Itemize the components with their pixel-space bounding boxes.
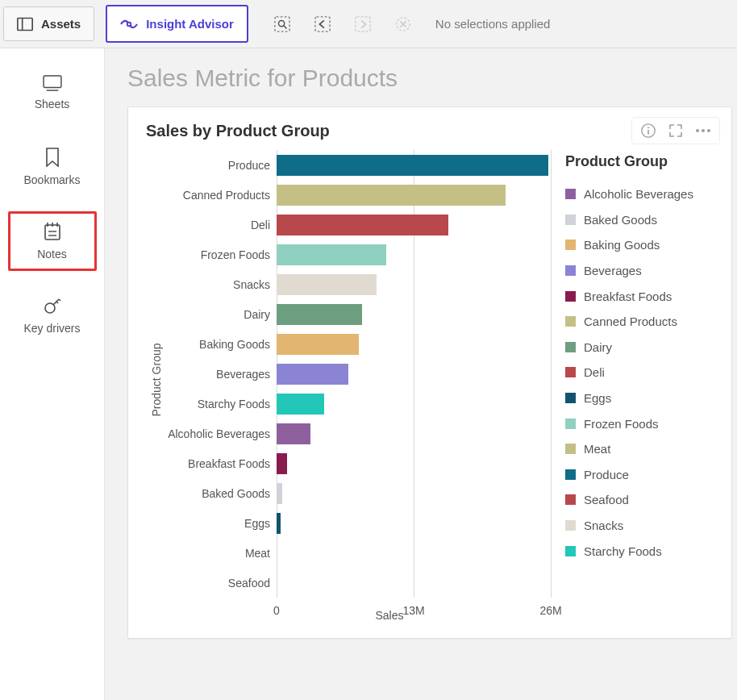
bar-row[interactable]: Dairy [167, 299, 551, 329]
legend-item[interactable]: Dairy [565, 335, 723, 360]
legend-swatch [565, 215, 576, 225]
insight-advisor-button[interactable]: Insight Advisor [106, 5, 248, 43]
legend-item[interactable]: Baked Goods [565, 207, 723, 233]
bar-fill [277, 244, 386, 265]
bar-row[interactable]: Deli [167, 210, 551, 240]
assets-button[interactable]: Assets [3, 6, 94, 41]
bar-label: Baked Goods [167, 487, 277, 500]
bar-row[interactable]: Eggs [167, 508, 551, 538]
bar-fill [277, 185, 506, 206]
bar-label: Canned Products [167, 189, 277, 202]
legend-title: Product Group [565, 153, 723, 170]
bar-label: Starchy Foods [167, 398, 277, 410]
key-drivers-icon [43, 296, 62, 315]
legend-item[interactable]: Snacks [565, 513, 723, 539]
bar-label: Frozen Foods [167, 248, 277, 261]
bar-fill [277, 364, 348, 385]
legend-swatch [565, 240, 576, 250]
bar-label: Meat [167, 547, 277, 560]
bar-row[interactable]: Breakfast Foods [167, 448, 551, 478]
legend-item[interactable]: Alcoholic Beverages [565, 181, 723, 207]
legend-swatch [565, 316, 576, 327]
sidebar-item-sheets[interactable]: Sheets [8, 63, 97, 123]
legend-swatch [565, 546, 576, 556]
legend-item[interactable]: Produce [565, 462, 723, 488]
sidebar-item-bookmarks[interactable]: Bookmarks [8, 137, 97, 197]
bar-label: Deli [167, 219, 277, 231]
legend-label: Alcoholic Beverages [584, 187, 693, 201]
bar-row[interactable]: Snacks [167, 269, 551, 299]
sidebar-label-sheets: Sheets [35, 98, 70, 110]
svg-point-3 [128, 23, 131, 25]
legend-swatch [565, 367, 576, 377]
bar-row[interactable]: Starchy Foods [167, 389, 551, 419]
bar-row[interactable]: Frozen Foods [167, 240, 551, 269]
plot: ProduceCanned ProductsDeliFrozen FoodsSn… [167, 150, 551, 610]
legend-label: Snacks [584, 519, 623, 532]
legend-item[interactable]: Meat [565, 436, 723, 462]
bar-track [277, 513, 551, 534]
bar-row[interactable]: Baking Goods [167, 329, 551, 359]
insight-label: Insight Advisor [146, 17, 234, 31]
legend-label: Eggs [584, 391, 611, 405]
bar-row[interactable]: Beverages [167, 359, 551, 389]
legend-label: Beverages [584, 264, 642, 277]
fullscreen-icon[interactable] [669, 124, 682, 137]
legend-item[interactable]: Deli [565, 360, 723, 385]
legend-item[interactable]: Baking Goods [565, 232, 723, 258]
search-selections-icon[interactable] [274, 16, 290, 32]
bar-row[interactable]: Baked Goods [167, 478, 551, 508]
bar-fill [277, 394, 324, 415]
bar-fill [277, 155, 548, 176]
bar-row[interactable]: Canned Products [167, 180, 551, 210]
main: Sales Metric for Products Sales by Produ… [105, 48, 737, 700]
clear-selections-icon [395, 16, 411, 32]
sidebar-item-key-drivers[interactable]: Key drivers [8, 285, 97, 345]
chart-area: Product Group ProduceCanned ProductsDeli… [146, 150, 723, 610]
bar-fill [277, 513, 281, 534]
step-back-icon[interactable] [314, 16, 331, 32]
legend-item[interactable]: Canned Products [565, 309, 723, 335]
bar-fill [277, 423, 310, 444]
bar-row[interactable]: Alcoholic Beverages [167, 419, 551, 448]
bar-label: Seafood [167, 577, 277, 590]
sidebar-item-notes[interactable]: Notes [8, 211, 97, 271]
bar-track [277, 304, 551, 325]
bar-fill [277, 304, 362, 325]
bar-track [277, 543, 551, 564]
bar-track [277, 573, 551, 594]
bar-track [277, 453, 551, 474]
bar-fill [277, 453, 287, 474]
step-forward-icon [355, 16, 371, 32]
bookmark-icon [45, 148, 60, 167]
bar-row[interactable]: Meat [167, 538, 551, 568]
bar-track [277, 483, 551, 504]
svg-rect-0 [18, 18, 32, 30]
svg-point-24 [696, 129, 699, 132]
legend-item[interactable]: Eggs [565, 385, 723, 411]
legend-item[interactable]: Seafood [565, 487, 723, 513]
bar-row[interactable]: Produce [167, 150, 551, 180]
bar-track [277, 244, 551, 265]
bar-track [277, 394, 551, 415]
svg-rect-7 [315, 16, 330, 31]
selections-status: No selections applied [435, 17, 551, 31]
legend-label: Canned Products [584, 315, 677, 328]
legend-item[interactable]: Frozen Foods [565, 410, 723, 436]
legend-label: Produce [584, 468, 629, 481]
bar-label: Breakfast Foods [167, 457, 277, 470]
info-icon[interactable] [640, 123, 656, 139]
legend-item[interactable]: Beverages [565, 258, 723, 284]
legend-swatch [565, 469, 576, 480]
bar-row[interactable]: Seafood [167, 568, 551, 598]
legend-item[interactable]: Breakfast Foods [565, 283, 723, 309]
sidebar-label-bookmarks: Bookmarks [23, 173, 80, 186]
bar-label: Baking Goods [167, 338, 277, 351]
legend-item[interactable]: Starchy Foods [565, 538, 723, 564]
legend-swatch [565, 494, 576, 505]
bar-label: Beverages [167, 368, 277, 381]
svg-rect-12 [44, 76, 61, 88]
more-menu-icon[interactable] [695, 128, 711, 133]
bar-track [277, 185, 551, 206]
legend-swatch [565, 265, 576, 276]
